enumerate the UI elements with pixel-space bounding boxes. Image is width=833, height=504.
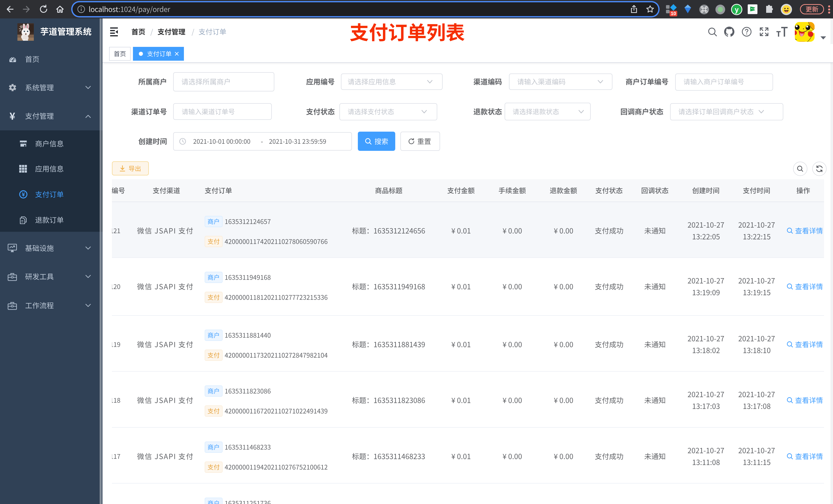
svg-text:10: 10 — [671, 11, 676, 16]
svg-text:y: y — [735, 6, 738, 14]
